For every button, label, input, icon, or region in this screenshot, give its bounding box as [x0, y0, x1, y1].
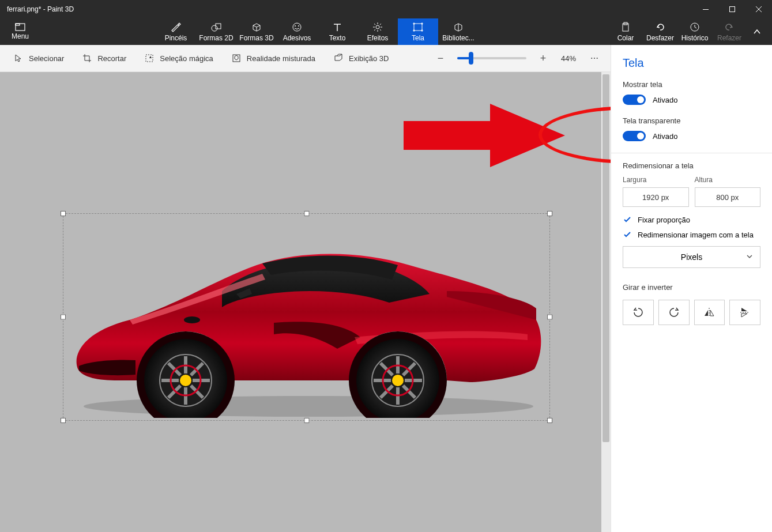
maximize-button[interactable]	[719, 0, 745, 18]
svg-point-11	[376, 25, 379, 29]
flip-v-icon	[739, 307, 751, 318]
effects-icon	[372, 22, 383, 32]
transparent-canvas-toggle[interactable]	[623, 131, 646, 141]
svg-rect-4	[16, 24, 25, 31]
tool-label: Efeitos	[367, 34, 389, 42]
sub-label: Realidade misturada	[247, 54, 315, 63]
view3d-button[interactable]: Exibição 3D	[326, 50, 397, 66]
svg-line-19	[374, 29, 375, 31]
more-options-button[interactable]: ⋯	[585, 50, 605, 67]
redo-icon	[724, 22, 735, 32]
undo-button[interactable]: Desfazer	[643, 18, 677, 45]
tool-shapes3d[interactable]: Formas 3D	[236, 18, 277, 45]
tool-effects[interactable]: Efeitos	[357, 18, 398, 45]
tool-label: Texto	[329, 34, 346, 42]
tool-label: Formas 2D	[199, 34, 233, 42]
svg-point-10	[298, 25, 299, 27]
chevron-down-icon	[746, 252, 753, 262]
flip-h-icon	[703, 307, 715, 318]
tool-canvas[interactable]: Tela	[398, 18, 438, 45]
canvas-icon	[412, 22, 424, 32]
rotate-ccw-button[interactable]	[623, 300, 654, 325]
zoom-thumb[interactable]	[469, 52, 473, 65]
menu-button[interactable]: Menu	[0, 18, 40, 45]
redo-button[interactable]: Refazer	[712, 18, 747, 45]
svg-rect-20	[414, 24, 422, 31]
view3d-icon	[334, 54, 343, 63]
check-icon	[623, 230, 632, 239]
svg-point-6	[212, 25, 217, 31]
height-input[interactable]: 800 px	[695, 187, 761, 207]
window-title: ferrari.png* - Paint 3D	[0, 5, 692, 13]
resize-handle-bl[interactable]	[61, 418, 66, 423]
svg-point-8	[293, 23, 301, 31]
history-button[interactable]: Histórico	[677, 18, 712, 45]
lock-ratio-checkbox[interactable]: Fixar proporção	[623, 215, 760, 224]
magic-select-button[interactable]: Seleção mágica	[137, 50, 221, 66]
annotation-ellipse-icon	[538, 106, 611, 164]
select-button[interactable]: Selecionar	[6, 50, 72, 66]
resize-handle-br[interactable]	[547, 418, 552, 423]
tool-label: Tela	[412, 34, 424, 42]
rotate-flip-label: Girar e inverter	[623, 283, 760, 292]
close-button[interactable]	[745, 0, 772, 18]
mixed-reality-button[interactable]: Realidade misturada	[224, 50, 323, 66]
svg-rect-34	[233, 55, 240, 62]
sub-toolbar: Selecionar Recortar Seleção mágica Reali…	[0, 45, 611, 72]
canvas-workspace[interactable]	[0, 72, 611, 532]
crop-icon	[82, 54, 92, 63]
zoom-out-button[interactable]: −	[432, 50, 449, 67]
zoom-slider[interactable]	[457, 57, 526, 59]
right-tools: Colar Desfazer Histórico Refazer	[608, 18, 772, 45]
tool-shapes2d[interactable]: Formas 2D	[196, 18, 236, 45]
tool-brushes[interactable]: Pincéis	[156, 18, 196, 45]
zoom-in-button[interactable]: +	[534, 50, 552, 67]
resize-image-label: Redimensionar imagem com a tela	[638, 231, 754, 239]
canvas-selection[interactable]	[63, 213, 550, 421]
shapes2d-icon	[210, 22, 222, 32]
resize-image-checkbox[interactable]: Redimensionar imagem com a tela	[623, 230, 760, 239]
tool-label: Adesivos	[283, 34, 311, 42]
tool-stickers[interactable]: Adesivos	[277, 18, 317, 45]
sub-label: Exibição 3D	[349, 54, 389, 63]
text-icon	[332, 22, 343, 32]
height-label: Altura	[695, 176, 761, 184]
titlebar: ferrari.png* - Paint 3D	[0, 0, 772, 18]
resize-handle-tl[interactable]	[61, 211, 66, 216]
tool-library[interactable]: Bibliotec...	[438, 18, 479, 45]
resize-handle-ml[interactable]	[61, 315, 66, 320]
collapse-ribbon-button[interactable]	[747, 18, 767, 45]
rotate-cw-button[interactable]	[658, 300, 690, 325]
resize-handle-tm[interactable]	[304, 211, 309, 216]
width-input[interactable]: 1920 px	[623, 187, 689, 207]
panel-title: Tela	[623, 56, 760, 70]
tool-label: Bibliotec...	[442, 34, 474, 42]
flip-horizontal-button[interactable]	[694, 300, 725, 325]
canvas-scrollbar[interactable]	[601, 72, 611, 532]
tool-label: Formas 3D	[239, 34, 273, 42]
crop-button[interactable]: Recortar	[74, 50, 134, 66]
units-value: Pixels	[681, 252, 702, 262]
rtool-label: Colar	[617, 34, 634, 42]
minimize-button[interactable]	[692, 0, 719, 18]
tool-text[interactable]: Texto	[317, 18, 357, 45]
units-dropdown[interactable]: Pixels	[623, 246, 760, 268]
sub-label: Selecionar	[29, 54, 64, 63]
magic-icon	[145, 54, 154, 63]
annotation-arrow-icon	[404, 104, 571, 184]
flip-vertical-button[interactable]	[729, 300, 760, 325]
resize-handle-bm[interactable]	[304, 418, 309, 423]
show-canvas-label: Mostrar tela	[623, 80, 760, 89]
tool-label: Pincéis	[165, 34, 187, 42]
lock-ratio-label: Fixar proporção	[638, 216, 690, 224]
resize-handle-tr[interactable]	[547, 211, 552, 216]
chevron-up-icon	[753, 28, 761, 36]
sub-label: Seleção mágica	[160, 54, 213, 63]
show-canvas-toggle[interactable]	[623, 95, 646, 105]
shapes3d-icon	[251, 22, 262, 32]
rtool-label: Desfazer	[646, 34, 674, 42]
canvas-side-panel: Tela Mostrar tela Ativado Tela transpare…	[611, 45, 772, 532]
paste-button[interactable]: Colar	[608, 18, 643, 45]
resize-handle-mr[interactable]	[547, 315, 552, 320]
zoom-percent[interactable]: 44%	[554, 54, 583, 63]
